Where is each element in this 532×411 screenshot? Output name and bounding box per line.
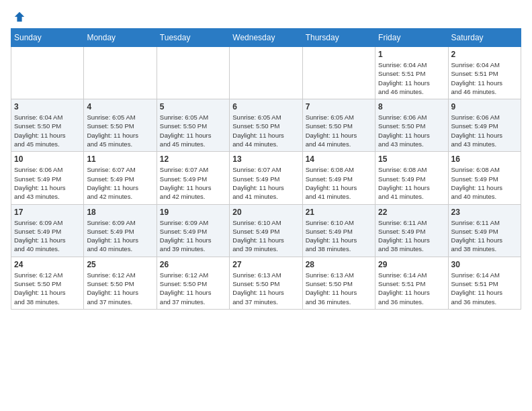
day-info: Sunrise: 6:04 AM Sunset: 5:51 PM Dayligh… xyxy=(378,60,445,96)
calendar-cell xyxy=(302,47,375,99)
day-number: 4 xyxy=(87,102,153,111)
day-info: Sunrise: 6:06 AM Sunset: 5:49 PM Dayligh… xyxy=(14,165,81,201)
day-number: 18 xyxy=(87,208,153,217)
day-info: Sunrise: 6:13 AM Sunset: 5:50 PM Dayligh… xyxy=(306,271,372,306)
calendar-week-row: 1Sunrise: 6:04 AM Sunset: 5:51 PM Daylig… xyxy=(11,47,521,99)
calendar-cell: 2Sunrise: 6:04 AM Sunset: 5:51 PM Daylig… xyxy=(448,47,521,99)
day-number: 20 xyxy=(232,208,299,217)
day-number: 16 xyxy=(451,154,518,164)
calendar-cell: 15Sunrise: 6:08 AM Sunset: 5:49 PM Dayli… xyxy=(375,152,448,204)
calendar-cell: 7Sunrise: 6:05 AM Sunset: 5:50 PM Daylig… xyxy=(302,99,375,152)
calendar-cell: 4Sunrise: 6:05 AM Sunset: 5:50 PM Daylig… xyxy=(84,99,157,152)
svg-marker-0 xyxy=(15,12,24,21)
day-number: 17 xyxy=(14,208,81,217)
calendar-cell: 17Sunrise: 6:09 AM Sunset: 5:49 PM Dayli… xyxy=(11,204,84,257)
day-number: 15 xyxy=(378,154,445,164)
calendar-cell: 6Sunrise: 6:05 AM Sunset: 5:50 PM Daylig… xyxy=(230,99,302,152)
calendar-header-row: SundayMondayTuesdayWednesdayThursdayFrid… xyxy=(11,29,521,47)
calendar-week-row: 24Sunrise: 6:12 AM Sunset: 5:50 PM Dayli… xyxy=(11,257,521,309)
day-number: 2 xyxy=(451,50,518,59)
day-info: Sunrise: 6:10 AM Sunset: 5:49 PM Dayligh… xyxy=(232,218,299,254)
calendar-week-row: 17Sunrise: 6:09 AM Sunset: 5:49 PM Dayli… xyxy=(11,204,521,257)
day-info: Sunrise: 6:07 AM Sunset: 5:49 PM Dayligh… xyxy=(87,165,153,201)
day-number: 27 xyxy=(232,260,299,269)
day-number: 21 xyxy=(306,208,372,217)
day-info: Sunrise: 6:14 AM Sunset: 5:51 PM Dayligh… xyxy=(451,271,518,306)
day-info: Sunrise: 6:05 AM Sunset: 5:50 PM Dayligh… xyxy=(87,113,153,148)
day-info: Sunrise: 6:11 AM Sunset: 5:49 PM Dayligh… xyxy=(378,218,445,254)
day-info: Sunrise: 6:06 AM Sunset: 5:49 PM Dayligh… xyxy=(451,113,518,148)
day-number: 14 xyxy=(306,154,372,164)
day-info: Sunrise: 6:12 AM Sunset: 5:50 PM Dayligh… xyxy=(14,271,81,306)
calendar-cell xyxy=(84,47,157,99)
calendar-cell: 29Sunrise: 6:14 AM Sunset: 5:51 PM Dayli… xyxy=(375,257,448,309)
weekday-header: Sunday xyxy=(11,29,84,47)
calendar-cell: 11Sunrise: 6:07 AM Sunset: 5:49 PM Dayli… xyxy=(84,152,157,204)
calendar-cell: 23Sunrise: 6:11 AM Sunset: 5:49 PM Dayli… xyxy=(448,204,521,257)
day-info: Sunrise: 6:12 AM Sunset: 5:50 PM Dayligh… xyxy=(87,271,153,306)
day-info: Sunrise: 6:13 AM Sunset: 5:50 PM Dayligh… xyxy=(232,271,299,306)
calendar-cell: 20Sunrise: 6:10 AM Sunset: 5:49 PM Dayli… xyxy=(230,204,302,257)
calendar-cell: 30Sunrise: 6:14 AM Sunset: 5:51 PM Dayli… xyxy=(448,257,521,309)
day-info: Sunrise: 6:12 AM Sunset: 5:50 PM Dayligh… xyxy=(160,271,226,306)
day-number: 9 xyxy=(451,102,518,111)
calendar-cell: 3Sunrise: 6:04 AM Sunset: 5:50 PM Daylig… xyxy=(11,99,84,152)
day-number: 30 xyxy=(451,260,518,269)
weekday-header: Friday xyxy=(375,29,448,47)
calendar-cell: 27Sunrise: 6:13 AM Sunset: 5:50 PM Dayli… xyxy=(230,257,302,309)
day-number: 23 xyxy=(451,208,518,217)
calendar-cell: 13Sunrise: 6:07 AM Sunset: 5:49 PM Dayli… xyxy=(230,152,302,204)
day-info: Sunrise: 6:11 AM Sunset: 5:49 PM Dayligh… xyxy=(451,218,518,254)
calendar-cell: 9Sunrise: 6:06 AM Sunset: 5:49 PM Daylig… xyxy=(448,99,521,152)
calendar-cell: 18Sunrise: 6:09 AM Sunset: 5:49 PM Dayli… xyxy=(84,204,157,257)
day-info: Sunrise: 6:04 AM Sunset: 5:50 PM Dayligh… xyxy=(14,113,81,148)
calendar-cell: 21Sunrise: 6:10 AM Sunset: 5:49 PM Dayli… xyxy=(302,204,375,257)
logo xyxy=(11,11,26,23)
calendar-cell: 1Sunrise: 6:04 AM Sunset: 5:51 PM Daylig… xyxy=(375,47,448,99)
day-number: 7 xyxy=(306,102,372,111)
calendar-cell xyxy=(157,47,229,99)
day-info: Sunrise: 6:06 AM Sunset: 5:50 PM Dayligh… xyxy=(378,113,445,148)
day-info: Sunrise: 6:07 AM Sunset: 5:49 PM Dayligh… xyxy=(160,165,226,201)
logo-icon xyxy=(13,11,26,23)
day-number: 26 xyxy=(160,260,226,269)
calendar-cell: 12Sunrise: 6:07 AM Sunset: 5:49 PM Dayli… xyxy=(157,152,229,204)
day-number: 25 xyxy=(87,260,153,269)
day-info: Sunrise: 6:05 AM Sunset: 5:50 PM Dayligh… xyxy=(306,113,372,148)
calendar-cell: 22Sunrise: 6:11 AM Sunset: 5:49 PM Dayli… xyxy=(375,204,448,257)
day-info: Sunrise: 6:08 AM Sunset: 5:49 PM Dayligh… xyxy=(378,165,445,201)
day-number: 29 xyxy=(378,260,445,269)
day-info: Sunrise: 6:05 AM Sunset: 5:50 PM Dayligh… xyxy=(232,113,299,148)
day-number: 12 xyxy=(160,154,226,164)
calendar-cell: 25Sunrise: 6:12 AM Sunset: 5:50 PM Dayli… xyxy=(84,257,157,309)
calendar-cell xyxy=(11,47,84,99)
weekday-header: Thursday xyxy=(302,29,375,47)
calendar-cell: 10Sunrise: 6:06 AM Sunset: 5:49 PM Dayli… xyxy=(11,152,84,204)
day-info: Sunrise: 6:08 AM Sunset: 5:49 PM Dayligh… xyxy=(306,165,372,201)
calendar-cell: 16Sunrise: 6:08 AM Sunset: 5:49 PM Dayli… xyxy=(448,152,521,204)
day-number: 3 xyxy=(14,102,81,111)
calendar-table: SundayMondayTuesdayWednesdayThursdayFrid… xyxy=(11,28,521,310)
page-header xyxy=(11,11,521,23)
day-info: Sunrise: 6:09 AM Sunset: 5:49 PM Dayligh… xyxy=(14,218,81,254)
day-info: Sunrise: 6:14 AM Sunset: 5:51 PM Dayligh… xyxy=(378,271,445,306)
calendar-cell: 8Sunrise: 6:06 AM Sunset: 5:50 PM Daylig… xyxy=(375,99,448,152)
calendar-week-row: 10Sunrise: 6:06 AM Sunset: 5:49 PM Dayli… xyxy=(11,152,521,204)
day-number: 1 xyxy=(378,50,445,59)
weekday-header: Wednesday xyxy=(230,29,302,47)
day-info: Sunrise: 6:09 AM Sunset: 5:49 PM Dayligh… xyxy=(160,218,226,254)
day-number: 5 xyxy=(160,102,226,111)
calendar-cell: 5Sunrise: 6:05 AM Sunset: 5:50 PM Daylig… xyxy=(157,99,229,152)
day-number: 10 xyxy=(14,154,81,164)
day-number: 28 xyxy=(306,260,372,269)
calendar-cell: 26Sunrise: 6:12 AM Sunset: 5:50 PM Dayli… xyxy=(157,257,229,309)
weekday-header: Saturday xyxy=(448,29,521,47)
weekday-header: Monday xyxy=(84,29,157,47)
calendar-cell: 14Sunrise: 6:08 AM Sunset: 5:49 PM Dayli… xyxy=(302,152,375,204)
day-info: Sunrise: 6:09 AM Sunset: 5:49 PM Dayligh… xyxy=(87,218,153,254)
calendar-cell: 28Sunrise: 6:13 AM Sunset: 5:50 PM Dayli… xyxy=(302,257,375,309)
calendar-cell: 24Sunrise: 6:12 AM Sunset: 5:50 PM Dayli… xyxy=(11,257,84,309)
day-info: Sunrise: 6:04 AM Sunset: 5:51 PM Dayligh… xyxy=(451,60,518,96)
day-number: 22 xyxy=(378,208,445,217)
day-info: Sunrise: 6:05 AM Sunset: 5:50 PM Dayligh… xyxy=(160,113,226,148)
